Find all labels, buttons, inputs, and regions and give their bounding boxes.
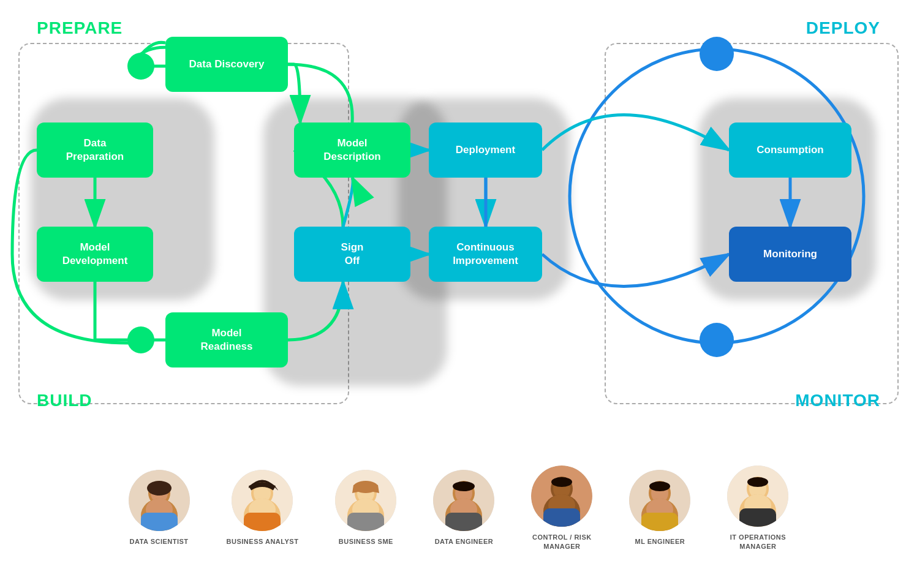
label-prepare: PREPARE [37, 18, 123, 38]
box-model-development: ModelDevelopment [37, 227, 153, 282]
box-model-readiness: ModelReadiness [165, 312, 288, 368]
svg-rect-28 [347, 513, 384, 531]
persona-it-operations-manager: IT OPERATIONSMANAGER [727, 466, 788, 552]
svg-point-46 [649, 481, 670, 491]
persona-business-sme: BUSINESS SME [335, 470, 396, 546]
svg-rect-56 [739, 508, 776, 527]
label-monitor: MONITOR [795, 391, 880, 410]
persona-data-scientist: DATA SCIENTIST [129, 470, 190, 546]
label-business-analyst: BUSINESS ANALYST [227, 537, 299, 546]
label-it-operations-manager: IT OPERATIONSMANAGER [730, 533, 786, 552]
box-deployment: Deployment [429, 123, 542, 178]
svg-point-12 [147, 481, 172, 496]
box-model-description: ModelDescription [294, 123, 410, 178]
svg-rect-21 [244, 513, 281, 531]
svg-point-39 [551, 477, 572, 487]
avatar-data-engineer [433, 470, 494, 531]
personas-section: DATA SCIENTIST BUSINESS ANALYST [0, 429, 917, 588]
avatar-business-sme [335, 470, 396, 531]
persona-business-analyst: BUSINESS ANALYST [227, 470, 299, 546]
persona-control-risk-manager: CONTROL / RISKMANAGER [531, 466, 592, 552]
label-ml-engineer: ML ENGINEER [635, 537, 685, 546]
svg-rect-42 [543, 508, 580, 527]
box-data-discovery: Data Discovery [165, 37, 288, 92]
box-consumption: Consumption [729, 123, 851, 178]
svg-point-32 [453, 481, 475, 491]
label-build: BUILD [37, 391, 92, 410]
avatar-control-risk-manager [531, 466, 592, 527]
box-monitoring: Monitoring [729, 227, 851, 282]
label-deploy: DEPLOY [806, 18, 880, 38]
avatar-data-scientist [129, 470, 190, 531]
box-continuous-improvement: ContinuousImprovement [429, 227, 542, 282]
svg-rect-49 [641, 513, 678, 531]
box-data-preparation: DataPreparation [37, 123, 153, 178]
avatar-ml-engineer [629, 470, 690, 531]
label-data-scientist: DATA SCIENTIST [130, 537, 189, 546]
diagram-container: PREPARE DEPLOY BUILD MONITOR [0, 0, 917, 429]
label-business-sme: BUSINESS SME [339, 537, 393, 546]
avatar-business-analyst [232, 470, 293, 531]
avatar-it-operations-manager [727, 466, 788, 527]
label-data-engineer: DATA ENGINEER [435, 537, 494, 546]
label-control-risk-manager: CONTROL / RISKMANAGER [532, 533, 592, 552]
box-sign-off: SignOff [294, 227, 410, 282]
persona-data-engineer: DATA ENGINEER [433, 470, 494, 546]
svg-point-53 [747, 477, 768, 487]
svg-rect-15 [141, 513, 178, 531]
persona-ml-engineer: ML ENGINEER [629, 470, 690, 546]
svg-rect-35 [445, 513, 482, 531]
